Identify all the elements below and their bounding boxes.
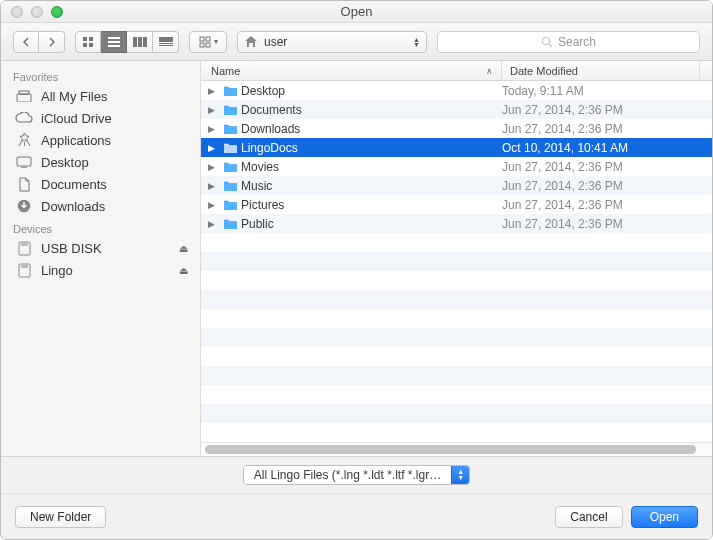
open-dialog: Open ▾ <box>0 0 713 540</box>
file-row[interactable]: ▶MoviesJun 27, 2014, 2:36 PM <box>201 157 712 176</box>
svg-rect-15 <box>200 43 204 47</box>
sidebar-item-documents[interactable]: Documents <box>1 173 200 195</box>
search-field[interactable]: Search <box>437 31 700 53</box>
icon-view-button[interactable] <box>75 31 101 53</box>
svg-point-17 <box>542 37 549 44</box>
folder-icon <box>221 218 239 230</box>
file-name: Music <box>239 179 502 193</box>
file-type-filter[interactable]: All Lingo Files (*.lng *.ldt *.ltf *.lgr… <box>243 465 470 485</box>
svg-rect-25 <box>21 242 28 246</box>
forward-button[interactable] <box>39 31 65 53</box>
icloud-icon <box>15 110 33 126</box>
svg-rect-5 <box>108 41 120 43</box>
desktop-icon <box>15 154 33 170</box>
column-view-icon <box>133 37 147 47</box>
file-name: Documents <box>239 103 502 117</box>
sidebar-item-label: All My Files <box>41 89 107 104</box>
list-view-button[interactable] <box>101 31 127 53</box>
svg-rect-3 <box>89 43 93 47</box>
svg-rect-4 <box>108 37 120 39</box>
svg-rect-2 <box>83 43 87 47</box>
svg-rect-12 <box>159 45 173 46</box>
file-row[interactable]: ▶PicturesJun 27, 2014, 2:36 PM <box>201 195 712 214</box>
file-date: Jun 27, 2014, 2:36 PM <box>502 103 700 117</box>
column-header-name[interactable]: Name ∧ <box>201 61 502 80</box>
svg-rect-8 <box>138 37 142 47</box>
file-date: Jun 27, 2014, 2:36 PM <box>502 198 700 212</box>
sidebar-item-downloads[interactable]: Downloads <box>1 195 200 217</box>
file-type-filter-bar: All Lingo Files (*.lng *.ldt *.ltf *.lgr… <box>1 457 712 493</box>
cancel-button[interactable]: Cancel <box>555 506 622 528</box>
sidebar-item-icloud[interactable]: iCloud Drive <box>1 107 200 129</box>
disclosure-triangle-icon[interactable]: ▶ <box>201 219 221 229</box>
folder-icon <box>221 142 239 154</box>
back-button[interactable] <box>13 31 39 53</box>
file-row[interactable]: ▶DownloadsJun 27, 2014, 2:36 PM <box>201 119 712 138</box>
svg-rect-21 <box>17 157 31 166</box>
sidebar-group-devices: Devices <box>1 217 200 237</box>
sidebar-item-applications[interactable]: Applications <box>1 129 200 151</box>
file-date: Today, 9:11 AM <box>502 84 700 98</box>
disclosure-triangle-icon[interactable]: ▶ <box>201 162 221 172</box>
chevron-right-icon <box>48 37 56 47</box>
disclosure-triangle-icon[interactable]: ▶ <box>201 200 221 210</box>
sidebar-item-usb-disk[interactable]: USB DISK ⏏ <box>1 237 200 259</box>
eject-icon[interactable]: ⏏ <box>179 243 188 254</box>
file-list[interactable]: ▶DesktopToday, 9:11 AM▶DocumentsJun 27, … <box>201 81 712 442</box>
nav-buttons <box>13 31 65 53</box>
sidebar-item-lingo-disk[interactable]: Lingo ⏏ <box>1 259 200 281</box>
folder-icon <box>221 180 239 192</box>
folder-icon <box>221 199 239 211</box>
file-row[interactable]: ▶DocumentsJun 27, 2014, 2:36 PM <box>201 100 712 119</box>
sidebar-item-label: iCloud Drive <box>41 111 112 126</box>
path-label: user <box>264 35 407 49</box>
disclosure-triangle-icon[interactable]: ▶ <box>201 105 221 115</box>
new-folder-button[interactable]: New Folder <box>15 506 106 528</box>
sidebar-item-desktop[interactable]: Desktop <box>1 151 200 173</box>
arrange-icon <box>199 36 211 48</box>
search-placeholder: Search <box>558 35 596 49</box>
sidebar-item-label: Desktop <box>41 155 89 170</box>
documents-icon <box>15 176 33 192</box>
svg-rect-0 <box>83 37 87 41</box>
main-area: Favorites All My Files iCloud Drive Appl… <box>1 61 712 456</box>
dialog-footer: New Folder Cancel Open <box>1 493 712 539</box>
folder-icon <box>221 161 239 173</box>
file-row[interactable]: ▶DesktopToday, 9:11 AM <box>201 81 712 100</box>
disk-icon <box>15 262 33 278</box>
sidebar-item-label: Documents <box>41 177 107 192</box>
disclosure-triangle-icon[interactable]: ▶ <box>201 86 221 96</box>
horizontal-scrollbar[interactable] <box>201 442 712 456</box>
disclosure-triangle-icon[interactable]: ▶ <box>201 124 221 134</box>
svg-rect-13 <box>200 37 204 41</box>
titlebar: Open <box>1 1 712 23</box>
coverflow-view-button[interactable] <box>153 31 179 53</box>
search-icon <box>541 36 553 48</box>
file-date: Jun 27, 2014, 2:36 PM <box>502 122 700 136</box>
file-row[interactable]: ▶LingoDocsOct 10, 2014, 10:41 AM <box>201 138 712 157</box>
sidebar-item-label: Lingo <box>41 263 73 278</box>
open-button[interactable]: Open <box>631 506 698 528</box>
file-name: Pictures <box>239 198 502 212</box>
path-control[interactable]: user ▲▼ <box>237 31 427 53</box>
svg-rect-1 <box>89 37 93 41</box>
stepper-icon: ▲▼ <box>451 466 469 484</box>
sort-ascending-icon: ∧ <box>486 66 493 76</box>
applications-icon <box>15 132 33 148</box>
file-browser: Name ∧ Date Modified ▶DesktopToday, 9:11… <box>201 61 712 456</box>
column-view-button[interactable] <box>127 31 153 53</box>
disclosure-triangle-icon[interactable]: ▶ <box>201 181 221 191</box>
column-headers: Name ∧ Date Modified <box>201 61 712 81</box>
sidebar-item-all-my-files[interactable]: All My Files <box>1 85 200 107</box>
arrange-button[interactable]: ▾ <box>189 31 227 53</box>
disclosure-triangle-icon[interactable]: ▶ <box>201 143 221 153</box>
file-name: Downloads <box>239 122 502 136</box>
window-title: Open <box>1 4 712 19</box>
file-row[interactable]: ▶PublicJun 27, 2014, 2:36 PM <box>201 214 712 233</box>
sidebar-item-label: Downloads <box>41 199 105 214</box>
column-header-date[interactable]: Date Modified <box>502 61 700 80</box>
eject-icon[interactable]: ⏏ <box>179 265 188 276</box>
scrollbar-thumb[interactable] <box>205 445 696 454</box>
svg-line-18 <box>549 44 552 47</box>
file-row[interactable]: ▶MusicJun 27, 2014, 2:36 PM <box>201 176 712 195</box>
